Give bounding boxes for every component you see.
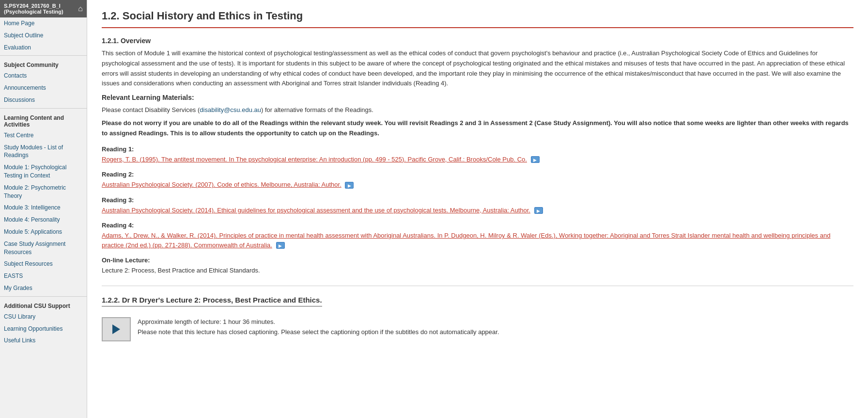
lecture-note: Please note that this lecture has closed… bbox=[138, 327, 499, 338]
reading-4-link[interactable]: Adams, Y., Drew, N., & Walker, R. (2014)… bbox=[102, 232, 830, 249]
sidebar-item-discussions[interactable]: Discussions bbox=[0, 94, 87, 106]
section-divider bbox=[102, 286, 853, 286]
section-122-heading: 1.2.2. Dr R Dryer's Lecture 2: Process, … bbox=[102, 296, 322, 306]
audio-icon-3[interactable]: ▶ bbox=[534, 207, 543, 214]
audio-icon-4[interactable]: ▶ bbox=[276, 242, 285, 249]
sidebar-item-subject-resources[interactable]: Subject Resources bbox=[0, 258, 87, 270]
online-lecture-label: On-line Lecture: bbox=[102, 257, 853, 264]
sidebar-item-module1[interactable]: Module 1: Psychological Testing in Conte… bbox=[0, 161, 87, 182]
main-content: 1.2. Social History and Ethics in Testin… bbox=[87, 0, 868, 418]
section-121-heading: 1.2.1. Overview bbox=[102, 37, 853, 45]
page-title: 1.2. Social History and Ethics in Testin… bbox=[102, 10, 853, 22]
sidebar-item-announcements[interactable]: Announcements bbox=[0, 82, 87, 94]
sidebar-item-useful-links[interactable]: Useful Links bbox=[0, 335, 87, 347]
home-icon[interactable]: ⌂ bbox=[78, 4, 83, 13]
reading-3-link[interactable]: Australian Psychological Society. (2014)… bbox=[102, 207, 530, 214]
section-label-community: Subject Community bbox=[0, 58, 87, 70]
bold-note: Please do not worry if you are unable to… bbox=[102, 118, 853, 139]
sidebar-item-easts[interactable]: EASTS bbox=[0, 270, 87, 282]
sidebar-item-module5[interactable]: Module 5: Applications bbox=[0, 226, 87, 238]
reading-1-label: Reading 1: bbox=[102, 145, 853, 153]
relevant-materials: Relevant Learning Materials: Please cont… bbox=[102, 94, 853, 276]
audio-icon-1[interactable]: ▶ bbox=[531, 156, 540, 163]
sidebar-item-subject-outline[interactable]: Subject Outline bbox=[0, 30, 87, 42]
sidebar-header: S.PSY204_201760_B_I (Psychological Testi… bbox=[0, 0, 87, 17]
sidebar-item-my-grades[interactable]: My Grades bbox=[0, 282, 87, 294]
lecture-block: Approximate length of lecture: 1 hour 36… bbox=[102, 317, 853, 341]
section-label-support: Additional CSU Support bbox=[0, 299, 87, 311]
sidebar-item-module2[interactable]: Module 2: Psychometric Theory bbox=[0, 182, 87, 202]
subject-name: (Psychological Testing) bbox=[4, 9, 63, 15]
sidebar-item-module3[interactable]: Module 3: Intelligence bbox=[0, 202, 87, 214]
sidebar-item-test-centre[interactable]: Test Centre bbox=[0, 129, 87, 142]
disability-email-link[interactable]: disability@csu.edu.au bbox=[200, 106, 261, 113]
sidebar-item-home-page[interactable]: Home Page bbox=[0, 17, 87, 30]
reading-1: Reading 1: Rogers, T. B. (1995). The ant… bbox=[102, 145, 853, 164]
reading-2-label: Reading 2: bbox=[102, 171, 853, 178]
online-lecture: On-line Lecture: Lecture 2: Process, Bes… bbox=[102, 257, 853, 276]
sidebar-item-csu-library[interactable]: CSU Library bbox=[0, 311, 87, 323]
video-thumbnail[interactable] bbox=[102, 317, 131, 341]
reading-4: Reading 4: Adams, Y., Drew, N., & Walker… bbox=[102, 222, 853, 250]
subject-id: S.PSY204_201760_B_I bbox=[4, 3, 63, 9]
sidebar-item-learning-opportunities[interactable]: Learning Opportunities bbox=[0, 323, 87, 335]
sidebar-item-contacts[interactable]: Contacts bbox=[0, 70, 87, 82]
red-divider bbox=[102, 27, 853, 28]
contact-line: Please contact Disability Services (disa… bbox=[102, 106, 853, 113]
lecture-length: Approximate length of lecture: 1 hour 36… bbox=[138, 317, 499, 327]
section-122: 1.2.2. Dr R Dryer's Lecture 2: Process, … bbox=[102, 296, 853, 341]
section-121-body: This section of Module 1 will examine th… bbox=[102, 48, 853, 89]
lecture-info: Approximate length of lecture: 1 hour 36… bbox=[138, 317, 499, 338]
reading-2: Reading 2: Australian Psychological Soci… bbox=[102, 171, 853, 190]
reading-1-link[interactable]: Rogers, T. B. (1995). The antitest movem… bbox=[102, 156, 527, 163]
reading-3-label: Reading 3: bbox=[102, 196, 853, 204]
reading-4-label: Reading 4: bbox=[102, 222, 853, 229]
contact-text: Please contact Disability Services ( bbox=[102, 106, 200, 113]
sidebar-item-evaluation[interactable]: Evaluation bbox=[0, 42, 87, 54]
section-121: 1.2.1. Overview This section of Module 1… bbox=[102, 37, 853, 89]
relevant-materials-heading: Relevant Learning Materials: bbox=[102, 94, 853, 101]
play-button-icon[interactable] bbox=[112, 324, 120, 334]
online-lecture-text: Lecture 2: Process, Best Practice and Et… bbox=[102, 266, 853, 276]
sidebar: S.PSY204_201760_B_I (Psychological Testi… bbox=[0, 0, 87, 418]
sidebar-item-module4[interactable]: Module 4: Personality bbox=[0, 214, 87, 226]
sidebar-item-case-study[interactable]: Case Study Assignment Resources bbox=[0, 238, 87, 258]
reading-3: Reading 3: Australian Psychological Soci… bbox=[102, 196, 853, 215]
audio-icon-2[interactable]: ▶ bbox=[345, 182, 354, 189]
contact-text2: ) for alternative formats of the Reading… bbox=[261, 106, 373, 113]
section-label-learning: Learning Content and Activities bbox=[0, 111, 87, 129]
sidebar-item-study-modules[interactable]: Study Modules - List of Readings bbox=[0, 142, 87, 162]
reading-2-link[interactable]: Australian Psychological Society. (2007)… bbox=[102, 181, 341, 188]
